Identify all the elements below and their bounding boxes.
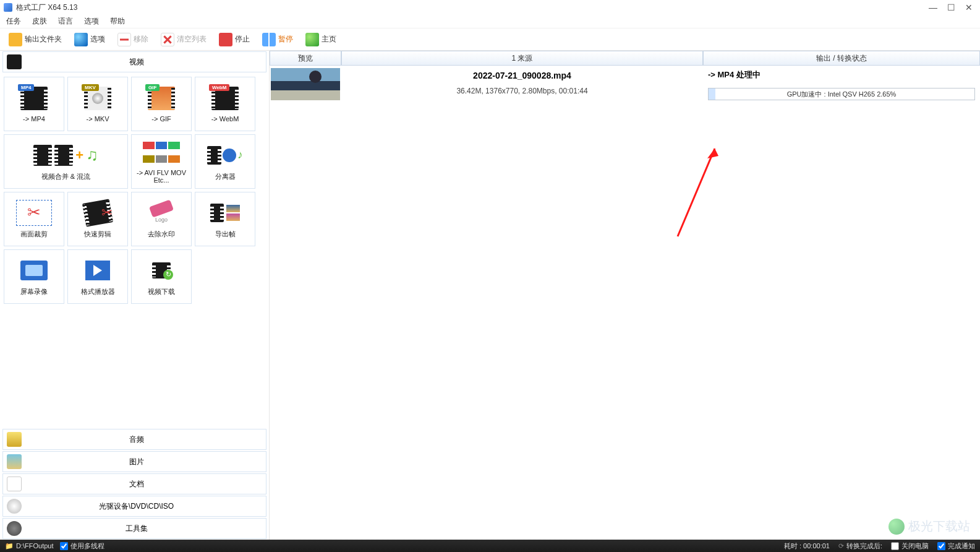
window-title: 格式工厂 X64 5.13: [16, 2, 77, 13]
export-frame-label: 导出帧: [215, 230, 236, 239]
shutdown-checkbox[interactable]: [891, 542, 899, 550]
menu-help[interactable]: 帮助: [110, 16, 125, 27]
output-folder-button[interactable]: 输出文件夹: [5, 32, 66, 48]
video-merge-label: 视频合并 & 混流: [41, 172, 90, 181]
category-picture-label: 图片: [25, 457, 247, 467]
multithread-checkbox[interactable]: [60, 542, 68, 550]
shutdown-option[interactable]: 关闭电脑: [891, 541, 929, 551]
task-meta: 36.42M, 1376x770, 2.80Mbps, 00:01:44: [341, 87, 703, 95]
category-document[interactable]: 文档: [2, 473, 266, 494]
watermark-text: 极光下载站: [908, 518, 970, 535]
output-path[interactable]: D:\FFOutput: [16, 542, 54, 550]
audio-cat-icon: [7, 432, 22, 447]
category-picture[interactable]: 图片: [2, 451, 266, 472]
home-label: 主页: [322, 34, 336, 45]
close-button[interactable]: ✕: [965, 3, 973, 12]
to-mkv-label: -> MKV: [87, 115, 109, 123]
watermark: 极光下载站: [888, 518, 970, 535]
col-preview[interactable]: 预览: [270, 51, 341, 66]
folder-icon: [9, 33, 22, 46]
tools-cat-icon: [7, 521, 22, 536]
column-headers: 预览 1 来源 输出 / 转换状态: [270, 51, 980, 66]
col-output[interactable]: 输出 / 转换状态: [703, 51, 980, 66]
menu-opt[interactable]: 选项: [84, 16, 99, 27]
pause-icon: [262, 33, 276, 46]
to-mkv-button[interactable]: MKV -> MKV: [67, 77, 128, 131]
remove-label: 移除: [134, 34, 148, 45]
output-folder-label: 输出文件夹: [25, 34, 62, 45]
pause-button[interactable]: 暂停: [258, 32, 297, 48]
category-tools[interactable]: 工具集: [2, 518, 266, 539]
home-button[interactable]: 主页: [302, 32, 340, 48]
task-output-info: -> MP4 处理中 GPU加速中 : Intel QSV H265 2.65%: [703, 68, 980, 100]
progress-fill: [709, 88, 715, 100]
disc-cat-icon: [7, 499, 22, 514]
splitter-button[interactable]: ♪ 分离器: [195, 134, 255, 189]
toolbar: 输出文件夹 选项 移除 清空列表 停止 暂停 主页: [0, 28, 980, 51]
clear-icon: [161, 33, 174, 46]
video-grid: MP4 -> MP4 MKV -> MKV GIF -> GIF WebM ->…: [0, 73, 269, 308]
quick-cut-label: 快速剪辑: [84, 230, 111, 239]
stop-icon: [219, 33, 232, 46]
category-video[interactable]: 视频: [2, 51, 266, 72]
to-avi-etc-button[interactable]: -> AVI FLV MOV Etc...: [131, 134, 192, 189]
clear-list-label: 清空列表: [177, 34, 207, 45]
task-source-info: 2022-07-21_090028.mp4 36.42M, 1376x770, …: [341, 68, 703, 100]
category-document-label: 文档: [25, 479, 247, 489]
stop-button[interactable]: 停止: [215, 32, 254, 48]
maximize-button[interactable]: ☐: [947, 3, 955, 12]
status-bar: 📁 D:\FFOutput 使用多线程 耗时 : 00:00:01 ⟳ 转换完成…: [0, 540, 980, 552]
remove-button[interactable]: 移除: [114, 32, 152, 48]
notify-option[interactable]: 完成通知: [937, 541, 975, 551]
category-video-label: 视频: [25, 57, 247, 67]
options-button[interactable]: 选项: [70, 32, 109, 48]
quick-cut-button[interactable]: ✂ 快速剪辑: [67, 192, 128, 246]
crop-label: 画面裁剪: [20, 230, 48, 239]
minimize-button[interactable]: —: [929, 3, 937, 12]
category-disc-label: 光驱设备\DVD\CD\ISO: [25, 501, 247, 512]
menu-skin[interactable]: 皮肤: [32, 16, 47, 27]
after-convert-label: ⟳ 转换完成后:: [838, 541, 882, 551]
category-tools-label: 工具集: [25, 524, 247, 534]
clear-list-button[interactable]: 清空列表: [157, 32, 210, 48]
task-status: -> MP4 处理中: [708, 69, 975, 80]
video-download-label: 视频下载: [148, 287, 175, 296]
export-frame-button[interactable]: 导出帧: [195, 192, 255, 246]
to-gif-label: -> GIF: [151, 115, 171, 123]
picture-cat-icon: [7, 454, 22, 469]
options-label: 选项: [90, 34, 105, 45]
screen-record-button[interactable]: 屏幕录像: [4, 249, 64, 304]
to-gif-button[interactable]: GIF -> GIF: [131, 77, 192, 131]
pause-label: 暂停: [278, 34, 293, 45]
titlebar: 格式工厂 X64 5.13 — ☐ ✕: [0, 0, 980, 15]
notify-checkbox[interactable]: [937, 542, 945, 550]
main-area: 预览 1 来源 输出 / 转换状态 2022-07-21_090028.mp4 …: [270, 51, 980, 540]
folder-status-icon: 📁: [5, 542, 14, 550]
video-cat-icon: [7, 54, 22, 69]
to-webm-button[interactable]: WebM -> WebM: [195, 77, 255, 131]
col-source[interactable]: 1 来源: [341, 51, 703, 66]
task-row[interactable]: 2022-07-21_090028.mp4 36.42M, 1376x770, …: [270, 66, 980, 103]
remove-watermark-button[interactable]: Logo 去除水印: [131, 192, 192, 246]
to-webm-label: -> WebM: [211, 115, 239, 123]
remove-watermark-label: 去除水印: [148, 230, 175, 239]
doc-cat-icon: [7, 477, 22, 491]
remove-icon: [117, 33, 131, 46]
menubar: 任务 皮肤 语言 选项 帮助: [0, 15, 980, 28]
player-button[interactable]: 格式播放器: [67, 249, 128, 304]
video-download-button[interactable]: ↻ 视频下载: [131, 249, 192, 304]
crop-button[interactable]: ✂ 画面裁剪: [4, 192, 64, 246]
category-disc[interactable]: 光驱设备\DVD\CD\ISO: [2, 496, 266, 517]
to-avi-etc-label: -> AVI FLV MOV Etc...: [134, 169, 189, 184]
category-audio[interactable]: 音频: [2, 429, 266, 450]
svg-line-0: [678, 149, 715, 236]
screen-record-label: 屏幕录像: [20, 287, 48, 296]
video-merge-button[interactable]: + ♫ 视频合并 & 混流: [4, 134, 128, 189]
app-icon: [4, 3, 12, 12]
to-mp4-button[interactable]: MP4 -> MP4: [4, 77, 64, 131]
menu-task[interactable]: 任务: [6, 16, 21, 27]
task-thumbnail: [271, 68, 340, 100]
menu-lang[interactable]: 语言: [58, 16, 73, 27]
svg-marker-1: [707, 149, 718, 158]
annotation-arrow: [671, 137, 733, 243]
